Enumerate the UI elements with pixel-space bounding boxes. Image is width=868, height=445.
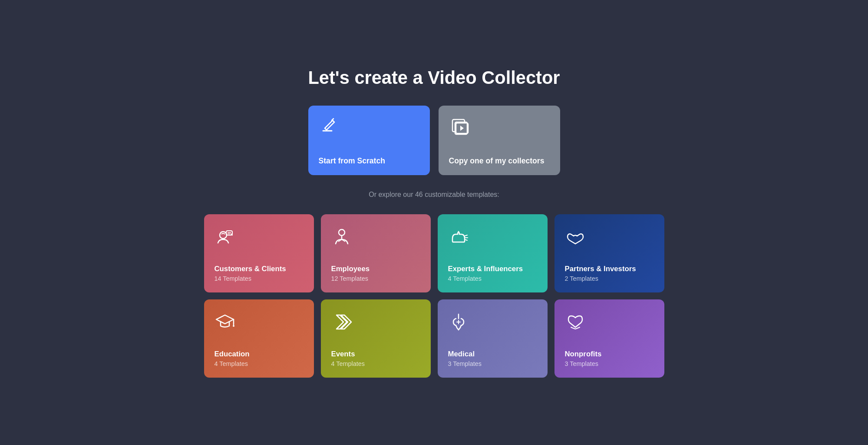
education-title: Education	[215, 350, 250, 359]
education-count: 4 Templates	[215, 360, 248, 367]
events-icon	[331, 312, 352, 341]
template-card-nonprofits[interactable]: Nonprofits 3 Templates	[554, 299, 664, 378]
experts-icon	[448, 226, 469, 256]
template-card-customers[interactable]: Customers & Clients 14 Templates	[204, 214, 314, 292]
template-card-employees[interactable]: Employees 12 Templates	[321, 214, 431, 292]
template-card-experts[interactable]: Experts & Influencers 4 Templates	[438, 214, 548, 292]
templates-grid: Customers & Clients 14 Templates Employe…	[204, 214, 664, 378]
customers-icon	[215, 226, 235, 256]
page-title: Let's create a Video Collector	[204, 67, 664, 88]
svg-line-1	[332, 119, 333, 120]
partners-icon	[565, 226, 586, 256]
copy-collector-card[interactable]: Copy one of my collectors	[439, 106, 560, 175]
copy-icon	[449, 115, 470, 145]
partners-title: Partners & Investors	[565, 265, 636, 273]
scratch-label: Start from Scratch	[319, 156, 386, 166]
template-card-events[interactable]: Events 4 Templates	[321, 299, 431, 378]
employees-icon	[331, 226, 352, 256]
employees-title: Employees	[331, 265, 370, 273]
svg-line-15	[465, 235, 467, 236]
events-title: Events	[331, 350, 355, 359]
top-actions-row: Start from Scratch Copy one of my collec…	[204, 106, 664, 175]
employees-count: 12 Templates	[331, 275, 368, 282]
explore-text: Or explore our 46 customizable templates…	[204, 191, 664, 199]
svg-point-19	[233, 325, 234, 327]
nonprofits-count: 3 Templates	[565, 360, 598, 367]
experts-title: Experts & Influencers	[448, 265, 523, 273]
copy-label: Copy one of my collectors	[449, 156, 545, 166]
partners-count: 2 Templates	[565, 275, 598, 282]
scratch-icon	[319, 115, 340, 145]
education-icon	[215, 312, 235, 341]
start-from-scratch-card[interactable]: Start from Scratch	[308, 106, 430, 175]
customers-count: 14 Templates	[215, 275, 251, 282]
svg-point-11	[339, 229, 345, 236]
events-count: 4 Templates	[331, 360, 365, 367]
medical-icon	[448, 312, 469, 341]
nonprofits-icon	[565, 312, 586, 341]
customers-title: Customers & Clients	[215, 265, 286, 273]
medical-count: 3 Templates	[448, 360, 482, 367]
experts-count: 4 Templates	[448, 275, 482, 282]
medical-title: Medical	[448, 350, 475, 359]
template-card-education[interactable]: Education 4 Templates	[204, 299, 314, 378]
template-card-medical[interactable]: Medical 3 Templates	[438, 299, 548, 378]
template-card-partners[interactable]: Partners & Investors 2 Templates	[554, 214, 664, 292]
svg-point-6	[220, 232, 227, 239]
nonprofits-title: Nonprofits	[565, 350, 602, 359]
main-container: Let's create a Video Collector Start fro…	[195, 50, 673, 395]
